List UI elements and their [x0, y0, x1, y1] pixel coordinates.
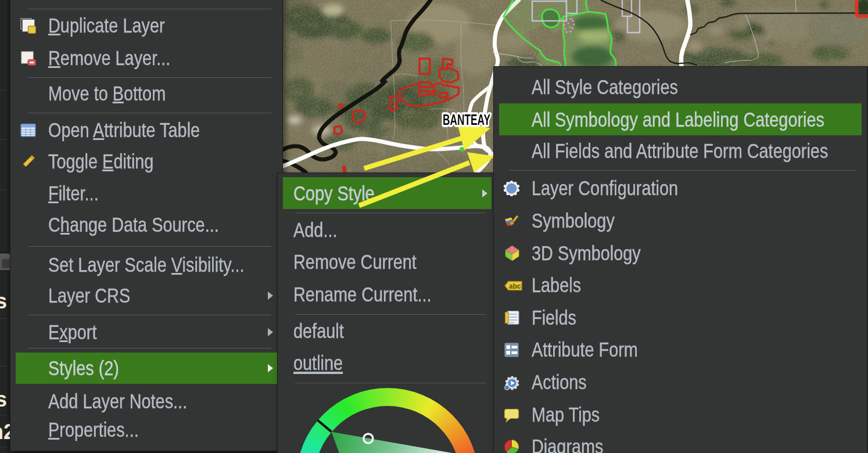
svg-text:BANTEAY: BANTEAY	[443, 112, 490, 128]
svg-text:abc: abc	[509, 282, 521, 290]
